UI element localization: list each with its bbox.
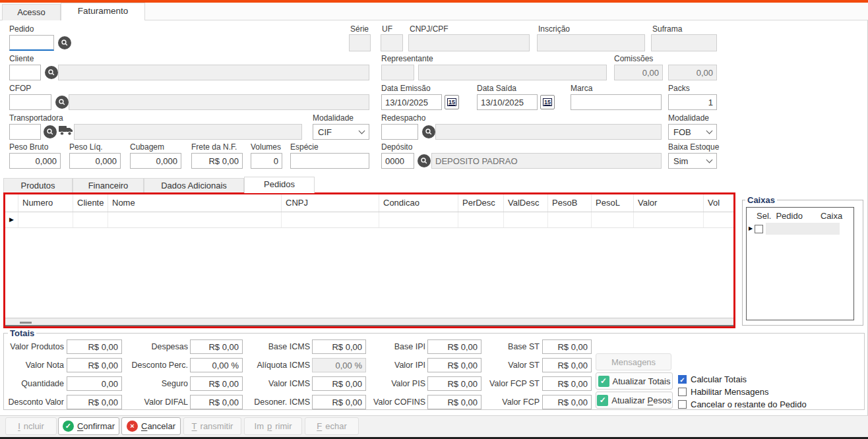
pedido-search-icon[interactable] [58, 36, 71, 49]
pedidos-grid-row[interactable]: ▶ [5, 212, 733, 228]
valor-difal-label: Valor DIFAL [119, 397, 188, 407]
calcular-totais-option[interactable]: ✓ Calcular Totais [678, 374, 747, 384]
base-icms-input[interactable] [312, 339, 366, 354]
redespacho-input[interactable] [381, 124, 418, 140]
tab-pedidos[interactable]: Pedidos [244, 177, 315, 193]
pedidos-grid-hscrollbar[interactable] [5, 318, 733, 326]
caixa-sel-checkbox[interactable] [755, 225, 763, 233]
valor-fcp-st-input[interactable] [542, 376, 592, 391]
col-pesob[interactable]: PesoB [548, 194, 592, 212]
valor-icms-input[interactable] [312, 376, 366, 391]
cliente-search-icon[interactable] [45, 66, 58, 79]
mensagens-button[interactable]: Mensagens [596, 353, 671, 370]
data-saida-calendar-icon[interactable]: 15 [540, 95, 555, 109]
seguro-input[interactable] [190, 376, 243, 391]
tab-produtos[interactable]: Produtos [3, 178, 73, 193]
valor-st-input[interactable] [542, 358, 592, 372]
col-valor[interactable]: Valor [634, 194, 704, 212]
desconto-perc-input[interactable] [190, 358, 243, 372]
baixa-estoque-select[interactable]: Sim [668, 153, 717, 169]
data-emissao-input[interactable] [381, 94, 442, 110]
deposito-search-icon[interactable] [418, 154, 431, 167]
base-st-input[interactable] [542, 339, 592, 354]
representante-label: Representante [381, 54, 433, 63]
valor-produtos-input[interactable] [67, 339, 122, 354]
col-valdesc[interactable]: ValDesc [504, 194, 548, 212]
col-caixa[interactable]: Caixa [821, 211, 842, 222]
col-cliente[interactable]: Cliente [73, 194, 108, 212]
especie-input[interactable] [290, 153, 369, 169]
cubagem-input[interactable] [130, 153, 181, 169]
deposito-label: Depósito [381, 142, 412, 152]
incluir-button[interactable]: Incluir [5, 417, 57, 435]
tab-faturamento[interactable]: Faturamento [61, 3, 145, 20]
col-cnpj[interactable]: CNPJ [282, 194, 379, 212]
col-condicao[interactable]: Condicao [379, 194, 458, 212]
marca-input[interactable] [571, 94, 662, 110]
volumes-label: Volumes [251, 142, 281, 152]
cliente-label: Cliente [9, 54, 34, 63]
hscrollbar-handle[interactable] [20, 322, 32, 324]
pedido-input[interactable] [9, 35, 54, 51]
col-pesol[interactable]: PesoL [592, 194, 634, 212]
peso-bruto-input[interactable] [9, 153, 61, 169]
col-numero[interactable]: Numero [18, 194, 73, 212]
valor-nota-input[interactable] [67, 358, 122, 372]
pedidos-grid[interactable]: Numero Cliente Nome CNPJ Condicao PerDes… [3, 192, 735, 328]
valor-fcp-st-label: Valor FCP ST [474, 379, 540, 388]
valor-difal-input[interactable] [190, 395, 243, 409]
cliente-input[interactable] [9, 65, 41, 80]
quantidade-input[interactable] [67, 376, 122, 391]
col-vol[interactable]: Vol [704, 194, 733, 212]
modalidade-frete-select[interactable]: CIF [313, 124, 369, 140]
cancelar-restante-checkbox[interactable] [678, 400, 687, 409]
valor-ipi-label: Valor IPI [359, 361, 425, 370]
calcular-totais-checkbox[interactable]: ✓ [678, 375, 687, 384]
tab-acesso[interactable]: Acesso [2, 4, 61, 20]
caixas-title: Caixas [745, 195, 777, 205]
totais-title: Totais [8, 328, 36, 338]
tab-dados-adicionais[interactable]: Dados Adicionais [144, 178, 244, 193]
transportadora-search-icon[interactable] [44, 125, 57, 138]
transmitir-button[interactable]: Transmitir [183, 417, 241, 435]
valor-fcp-input[interactable] [542, 395, 592, 409]
inscricao-label: Inscrição [538, 24, 570, 34]
habilitar-mensagens-option[interactable]: Habilitar Mensagens [678, 387, 769, 397]
truck-icon[interactable] [58, 125, 74, 136]
cancelar-button[interactable]: × Cancelar [121, 417, 181, 435]
transportadora-input[interactable] [9, 124, 41, 140]
atualizar-totais-button[interactable]: ✓ Atualizar Totais [596, 372, 673, 390]
frete-nf-input[interactable] [191, 153, 243, 169]
cfop-input[interactable] [9, 94, 51, 110]
seguro-label: Seguro [119, 379, 188, 388]
comissao-2-input [668, 65, 717, 80]
imprimir-button[interactable]: Imprimir [244, 417, 302, 435]
cancelar-restante-option[interactable]: Cancelar o restante do Pedido [678, 399, 807, 409]
cfop-search-icon[interactable] [55, 96, 69, 109]
fechar-button[interactable]: Fechar [305, 417, 359, 435]
modalidade-redespacho-select[interactable]: FOB [668, 124, 717, 140]
habilitar-mensagens-checkbox[interactable] [678, 388, 687, 396]
atualizar-pesos-button[interactable]: ✓ Atualizar Pesos [596, 392, 673, 409]
tab-financeiro[interactable]: Financeiro [73, 178, 144, 193]
data-emissao-calendar-icon[interactable]: 15 [445, 95, 459, 109]
peso-liq-input[interactable] [69, 153, 121, 169]
confirmar-button[interactable]: ✓ Confirmar [58, 417, 119, 435]
caixas-grid[interactable]: Sel. Pedido Caixa ▶ [746, 207, 854, 320]
caixas-grid-row[interactable]: ▶ [747, 222, 853, 235]
col-nome[interactable]: Nome [108, 194, 282, 212]
despesas-input[interactable] [190, 339, 243, 354]
col-pedido[interactable]: Pedido [776, 211, 802, 222]
desconto-valor-input[interactable] [67, 395, 122, 409]
redespacho-search-icon[interactable] [422, 125, 435, 138]
volumes-input[interactable] [251, 153, 282, 169]
deposito-input[interactable] [381, 153, 414, 169]
especie-label: Espécie [290, 142, 319, 152]
packs-input[interactable] [668, 94, 717, 110]
chevron-down-icon [359, 127, 365, 134]
col-perdesc[interactable]: PerDesc [458, 194, 504, 212]
col-sel[interactable]: Sel. [757, 211, 771, 222]
data-saida-input[interactable] [477, 94, 538, 110]
desoner-icms-input[interactable] [312, 395, 366, 409]
base-ipi-label: Base IPI [359, 342, 425, 351]
